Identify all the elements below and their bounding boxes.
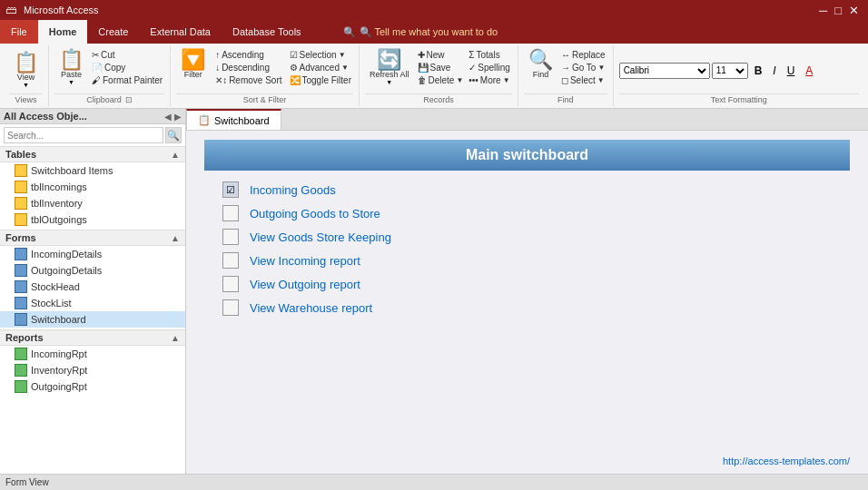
document-tab-switchboard[interactable]: 📋 Switchboard (186, 109, 281, 130)
report-icon (15, 348, 27, 360)
sidebar-item-stockhead[interactable]: StockHead (0, 279, 185, 295)
outgoing-goods-checkbox[interactable] (222, 205, 239, 221)
clipboard-group-label: Clipboard (86, 95, 122, 104)
view-outgoing-report-link[interactable]: View Outgoing report (250, 278, 360, 291)
delete-button[interactable]: 🗑Delete▼ (416, 74, 466, 86)
views-group-label: Views (9, 93, 43, 104)
list-item: View Goods Store Keeping (222, 229, 832, 245)
form-icon (15, 248, 27, 260)
new-record-button[interactable]: ✚New (416, 49, 466, 61)
filter-button[interactable]: 🔽 Filter (176, 47, 210, 82)
tell-me-input[interactable]: 🔍 🔍 Tell me what you want to do (330, 20, 511, 44)
clipboard-expand-icon[interactable]: ⊡ (125, 95, 133, 104)
view-warehouse-report-link[interactable]: View Warehouse report (250, 301, 372, 315)
sidebar-search-input[interactable] (4, 127, 163, 143)
doc-tab-label: Switchboard (214, 115, 270, 126)
sidebar-item-incomingrpt[interactable]: IncomingRpt (0, 346, 185, 362)
sidebar-item-switchboard-items[interactable]: Switchboard Items (0, 162, 185, 179)
spelling-button[interactable]: ✓Spelling (467, 62, 512, 74)
report-icon (15, 364, 27, 377)
tables-collapse-icon: ▲ (171, 150, 180, 160)
ascending-button[interactable]: ↑Ascending (213, 49, 283, 61)
save-button[interactable]: 💾Save (416, 62, 466, 74)
outgoing-goods-link[interactable]: Outgoing Goods to Store (250, 207, 380, 220)
sidebar-item-inventoryrpt[interactable]: InventoryRpt (0, 362, 185, 378)
sidebar-nav-left[interactable]: ◀ (164, 112, 172, 122)
reports-collapse-icon: ▲ (171, 333, 180, 343)
sidebar-item-tblincomings[interactable]: tblIncomings (0, 179, 185, 195)
status-label: Form View (5, 477, 49, 487)
font-color-button[interactable]: A (801, 63, 817, 79)
view-goods-link[interactable]: View Goods Store Keeping (250, 230, 391, 244)
text-formatting-group-label: Text Formatting (619, 93, 859, 104)
tab-create[interactable]: Create (87, 20, 139, 44)
form-icon (15, 264, 27, 277)
sidebar-item-switchboard-form[interactable]: Switchboard (0, 311, 185, 328)
view-warehouse-report-checkbox[interactable] (222, 299, 239, 316)
descending-button[interactable]: ↓Descending (213, 62, 283, 74)
paste-button[interactable]: 📋 Paste ▼ (54, 47, 88, 88)
tab-home[interactable]: Home (38, 20, 88, 44)
bold-button[interactable]: B (750, 63, 767, 79)
replace-button[interactable]: ↔Replace (559, 49, 607, 61)
more-button[interactable]: •••More▼ (467, 74, 512, 86)
list-item: ☑ Incoming Goods (222, 181, 832, 198)
view-incoming-report-checkbox[interactable] (222, 252, 239, 269)
minimize-btn[interactable]: ─ (819, 4, 827, 17)
incoming-goods-link[interactable]: Incoming Goods (250, 183, 336, 197)
underline-button[interactable]: U (783, 63, 800, 79)
footer-link[interactable]: http://access-templates.com/ (723, 456, 850, 466)
sidebar-search-button[interactable]: 🔍 (165, 127, 182, 143)
doc-tab-icon: 📋 (198, 114, 211, 126)
tables-section-header[interactable]: Tables ▲ (0, 147, 185, 162)
refresh-all-button[interactable]: 🔄 Refresh All ▼ (365, 47, 414, 88)
italic-button[interactable]: I (768, 63, 780, 79)
forms-collapse-icon: ▲ (171, 233, 180, 243)
remove-sort-button[interactable]: ✕↕Remove Sort (213, 74, 283, 86)
form-icon (15, 313, 27, 326)
switchboard-items-container: ☑ Incoming Goods Outgoing Goods to Store… (204, 181, 850, 316)
form-icon (15, 280, 27, 293)
selection-button[interactable]: ☑Selection▼ (288, 49, 353, 61)
tab-database-tools[interactable]: Database Tools (222, 20, 312, 44)
format-painter-button[interactable]: 🖌Format Painter (90, 74, 164, 86)
list-item: Outgoing Goods to Store (222, 205, 832, 221)
reports-section-header[interactable]: Reports ▲ (0, 329, 185, 346)
sidebar-nav-right[interactable]: ▶ (174, 112, 182, 122)
maximize-btn[interactable]: □ (834, 4, 842, 17)
sidebar-item-tbloutgoings[interactable]: tblOutgoings (0, 211, 185, 228)
sidebar-item-tblinventory[interactable]: tblInventory (0, 195, 185, 211)
table-icon (15, 213, 27, 226)
tables-section-label: Tables (5, 149, 36, 160)
go-to-button[interactable]: →Go To▼ (559, 62, 607, 74)
sidebar-item-outgoingrpt[interactable]: OutgoingRpt (0, 378, 185, 395)
select-button[interactable]: ◻Select▼ (559, 74, 607, 86)
sidebar-item-outgoingdetails[interactable]: OutgoingDetails (0, 262, 185, 279)
copy-button[interactable]: 📄Copy (90, 62, 164, 74)
font-family-select[interactable]: Calibri (619, 63, 710, 79)
tab-file[interactable]: File (0, 20, 38, 44)
sidebar-item-incomingdetails[interactable]: IncomingDetails (0, 246, 185, 262)
tab-external-data[interactable]: External Data (139, 20, 222, 44)
switchboard-title-bar: Main switchboard (204, 140, 850, 171)
totals-button[interactable]: ΣTotals (467, 49, 512, 61)
find-button[interactable]: 🔍 Find (524, 47, 557, 82)
form-icon (15, 297, 27, 309)
table-icon (15, 181, 27, 193)
cut-button[interactable]: ✂Cut (90, 49, 164, 61)
list-item: View Warehouse report (222, 299, 832, 316)
view-incoming-report-link[interactable]: View Incoming report (250, 254, 360, 268)
sidebar-item-stocklist[interactable]: StockList (0, 295, 185, 311)
forms-section-header[interactable]: Forms ▲ (0, 230, 185, 246)
sort-filter-group-label: Sort & Filter (176, 93, 353, 104)
advanced-button[interactable]: ⚙Advanced▼ (288, 62, 353, 74)
view-goods-checkbox[interactable] (222, 229, 239, 245)
view-outgoing-report-checkbox[interactable] (222, 276, 239, 292)
font-size-select[interactable]: 11 (712, 63, 748, 79)
toggle-filter-button[interactable]: 🔀Toggle Filter (288, 74, 353, 86)
incoming-goods-checkbox[interactable]: ☑ (222, 181, 239, 198)
list-item: View Incoming report (222, 252, 832, 269)
reports-section-label: Reports (5, 332, 44, 343)
view-button[interactable]: 📋 View ▼ (9, 50, 43, 91)
close-btn[interactable]: ✕ (849, 4, 859, 17)
